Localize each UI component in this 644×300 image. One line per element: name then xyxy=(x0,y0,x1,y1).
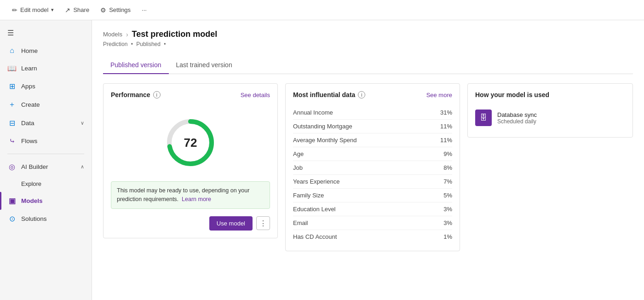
tab-last-trained-version[interactable]: Last trained version xyxy=(169,57,240,74)
sidebar-item-explore[interactable]: Explore xyxy=(0,176,92,192)
use-model-button[interactable]: Use model xyxy=(209,216,253,231)
share-button[interactable]: ↗ Share xyxy=(60,4,94,17)
aibuilder-icon: ◎ xyxy=(7,162,17,171)
sidebar-models-label: Models xyxy=(21,197,43,204)
main-layout: ☰ ⌂ Home 📖 Learn ⊞ Apps ＋ Create ⊟ Data … xyxy=(0,20,644,300)
page-status: Published xyxy=(136,41,161,47)
data-row-label: Education Level xyxy=(293,206,336,213)
influential-data-info-icon[interactable]: i xyxy=(358,91,365,98)
performance-info-icon[interactable]: i xyxy=(153,91,161,98)
create-icon: ＋ xyxy=(7,100,17,110)
models-icon: ▣ xyxy=(7,196,17,205)
sidebar-item-create[interactable]: ＋ Create xyxy=(0,95,92,114)
edit-model-label: Edit model xyxy=(20,6,48,13)
see-details-link[interactable]: See details xyxy=(241,92,270,98)
sidebar-separator xyxy=(7,154,84,154)
home-icon: ⌂ xyxy=(7,46,17,55)
sidebar-aibuilder-label: AI Builder xyxy=(21,163,48,170)
model-usage-list: 🗄 Database sync Scheduled daily xyxy=(475,106,625,130)
performance-card-header: Performance i See details xyxy=(111,91,270,98)
data-row: Annual Income 31% xyxy=(293,106,452,120)
tab-published-version[interactable]: Published version xyxy=(103,57,169,74)
sidebar-item-apps[interactable]: ⊞ Apps xyxy=(0,77,92,95)
sidebar-data-label: Data xyxy=(21,120,34,127)
cards-grid: Performance i See details xyxy=(103,83,633,251)
sidebar-item-aibuilder[interactable]: ◎ AI Builder ∧ xyxy=(0,158,92,176)
content-area: Models › Test prediction model Predictio… xyxy=(92,20,644,300)
data-row-label: Average Monthly Spend xyxy=(293,137,357,144)
influential-data-title: Most influential data i xyxy=(293,91,365,98)
edit-icon: ✏ xyxy=(12,6,17,14)
sidebar-item-learn[interactable]: 📖 Learn xyxy=(0,59,92,77)
learn-more-link[interactable]: Learn more xyxy=(182,196,211,202)
data-chevron-icon: ∨ xyxy=(80,120,84,126)
hamburger-menu[interactable]: ☰ xyxy=(0,24,92,42)
donut-container: 72 xyxy=(111,106,270,181)
more-icon: ··· xyxy=(142,6,147,13)
influential-data-list: Annual Income 31% Outstanding Mortgage 1… xyxy=(293,106,452,243)
data-row-label: Email xyxy=(293,219,308,226)
breadcrumb: Models › Test prediction model xyxy=(103,29,633,39)
data-row-label: Has CD Account xyxy=(293,233,337,240)
share-icon: ↗ xyxy=(65,6,70,14)
sidebar-item-data[interactable]: ⊟ Data ∨ xyxy=(0,114,92,132)
tabs: Published version Last trained version xyxy=(103,57,633,74)
donut-chart: 72 xyxy=(163,115,218,170)
sidebar-item-flows[interactable]: ⤷ Flows xyxy=(0,132,92,150)
settings-button[interactable]: ⚙ Settings xyxy=(96,4,135,17)
sidebar: ☰ ⌂ Home 📖 Learn ⊞ Apps ＋ Create ⊟ Data … xyxy=(0,20,92,300)
usage-icon: 🗄 xyxy=(475,110,492,126)
donut-score: 72 xyxy=(184,136,197,150)
performance-notice: This model may be ready to use, dependin… xyxy=(111,181,270,209)
data-row-value: 3% xyxy=(443,219,452,226)
data-icon: ⊟ xyxy=(7,119,17,127)
data-row: Has CD Account 1% xyxy=(293,230,452,243)
influential-data-header: Most influential data i See more xyxy=(293,91,452,98)
page-dot1: • xyxy=(131,41,133,47)
data-row: Job 8% xyxy=(293,161,452,175)
data-row: Email 3% xyxy=(293,216,452,230)
data-row: Age 9% xyxy=(293,147,452,161)
breadcrumb-separator: › xyxy=(126,31,128,38)
data-row-value: 11% xyxy=(440,137,452,144)
usage-subtitle: Scheduled daily xyxy=(497,118,537,125)
flows-icon: ⤷ xyxy=(7,137,17,145)
data-row-value: 3% xyxy=(443,206,452,213)
more-options-button[interactable]: ··· xyxy=(137,4,151,16)
edit-model-button[interactable]: ✏ Edit model ▾ xyxy=(7,4,58,17)
toolbar: ✏ Edit model ▾ ↗ Share ⚙ Settings ··· xyxy=(0,0,644,20)
data-row-label: Age xyxy=(293,150,304,157)
aibuilder-chevron-icon: ∧ xyxy=(80,164,84,170)
sidebar-learn-label: Learn xyxy=(21,65,37,72)
settings-label: Settings xyxy=(109,6,131,13)
edit-chevron-icon: ▾ xyxy=(51,7,54,13)
settings-icon: ⚙ xyxy=(100,6,106,14)
influential-data-card: Most influential data i See more Annual … xyxy=(285,83,460,251)
page-type: Prediction xyxy=(103,41,127,47)
sidebar-item-home[interactable]: ⌂ Home xyxy=(0,42,92,59)
sidebar-home-label: Home xyxy=(21,47,38,54)
performance-card: Performance i See details xyxy=(103,83,278,238)
see-more-link[interactable]: See more xyxy=(426,92,452,98)
data-row: Outstanding Mortgage 11% xyxy=(293,120,452,133)
sidebar-explore-label: Explore xyxy=(21,180,41,187)
data-row-value: 31% xyxy=(440,109,452,116)
apps-icon: ⊞ xyxy=(7,82,17,91)
data-row-label: Family Size xyxy=(293,192,324,199)
more-actions-button[interactable]: ⋮ xyxy=(256,216,270,230)
data-row-value: 5% xyxy=(443,192,452,199)
page-subtitle: Prediction • Published • xyxy=(103,41,633,47)
sidebar-create-label: Create xyxy=(21,101,40,108)
breadcrumb-parent[interactable]: Models xyxy=(103,31,122,38)
data-row-label: Years Experience xyxy=(293,178,339,185)
model-usage-card: How your model is used 🗄 Database sync S… xyxy=(467,83,633,138)
data-row: Average Monthly Spend 11% xyxy=(293,133,452,147)
data-row-value: 7% xyxy=(443,178,452,185)
data-row: Years Experience 7% xyxy=(293,175,452,189)
data-row-value: 1% xyxy=(443,233,452,240)
sidebar-item-models[interactable]: ▣ Models xyxy=(0,192,92,210)
sidebar-item-solutions[interactable]: ⊙ Solutions xyxy=(0,210,92,228)
share-label: Share xyxy=(73,6,89,13)
solutions-icon: ⊙ xyxy=(7,214,17,223)
data-row-label: Outstanding Mortgage xyxy=(293,123,352,130)
